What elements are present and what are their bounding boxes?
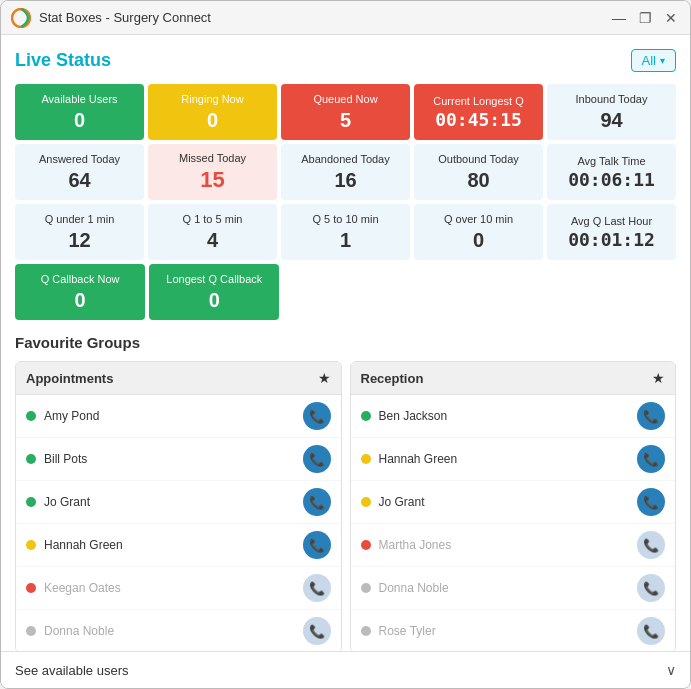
see-users-bar[interactable]: See available users ∨ [1, 651, 690, 688]
live-status-header: Live Status All ▾ [15, 49, 676, 72]
list-item: Ben Jackson 📞 [351, 395, 676, 438]
user-status-dot [361, 411, 371, 421]
favourite-groups-title: Favourite Groups [15, 334, 676, 351]
outbound-today-value: 80 [467, 169, 489, 191]
close-button[interactable]: ✕ [662, 9, 680, 27]
call-button[interactable]: 📞 [637, 445, 665, 473]
appointments-group-name: Appointments [26, 371, 113, 386]
appointments-star-icon[interactable]: ★ [318, 370, 331, 386]
q-under-1-value: 12 [68, 229, 90, 251]
q-1-to-5-label: Q 1 to 5 min [183, 213, 243, 226]
stats-row-3: Q under 1 min 12 Q 1 to 5 min 4 Q 5 to 1… [15, 204, 676, 260]
live-status-title: Live Status [15, 50, 111, 71]
call-button[interactable]: 📞 [303, 531, 331, 559]
reception-group-header: Reception ★ [351, 362, 676, 395]
ringing-now-box: Ringing Now 0 [148, 84, 277, 140]
user-status-dot [361, 454, 371, 464]
available-users-label: Available Users [41, 93, 117, 106]
current-longest-q-value: 00:45:15 [435, 110, 522, 130]
user-name: Ben Jackson [379, 409, 448, 423]
queued-now-box: Queued Now 5 [281, 84, 410, 140]
reception-star-icon[interactable]: ★ [652, 370, 665, 386]
window-controls: — ❐ ✕ [610, 9, 680, 27]
inbound-today-box: Inbound Today 94 [547, 84, 676, 140]
user-status-dot [361, 583, 371, 593]
reception-group-name: Reception [361, 371, 424, 386]
q-callback-now-label: Q Callback Now [41, 273, 120, 286]
q-callback-now-box: Q Callback Now 0 [15, 264, 145, 320]
list-item: Keegan Oates 📞 [16, 567, 341, 610]
missed-today-box: Missed Today 15 [148, 144, 277, 200]
app-logo-icon [11, 8, 31, 28]
abandoned-today-value: 16 [334, 169, 356, 191]
avg-talk-time-box: Avg Talk Time 00:06:11 [547, 144, 676, 200]
call-button[interactable]: 📞 [637, 402, 665, 430]
stats-row-1: Available Users 0 Ringing Now 0 Queued N… [15, 84, 676, 140]
user-status-dot [26, 626, 36, 636]
favourite-groups-section: Favourite Groups Appointments ★ Amy Pond [15, 334, 676, 651]
window-title: Stat Boxes - Surgery Connect [39, 10, 610, 25]
avg-q-last-hour-box: Avg Q Last Hour 00:01:12 [547, 204, 676, 260]
all-filter-label: All [642, 53, 656, 68]
user-name: Hannah Green [44, 538, 123, 552]
maximize-button[interactable]: ❐ [636, 9, 654, 27]
list-item: Jo Grant 📞 [16, 481, 341, 524]
main-content: Live Status All ▾ Available Users 0 Ring… [1, 35, 690, 651]
user-status-dot [26, 540, 36, 550]
user-status-dot [361, 497, 371, 507]
missed-today-value: 15 [200, 168, 224, 192]
q-1-to-5-value: 4 [207, 229, 218, 251]
list-item: Hannah Green 📞 [351, 438, 676, 481]
title-bar: Stat Boxes - Surgery Connect — ❐ ✕ [1, 1, 690, 35]
reception-group-card: Reception ★ Ben Jackson 📞 [350, 361, 677, 651]
appointments-group-header: Appointments ★ [16, 362, 341, 395]
avg-q-last-hour-value: 00:01:12 [568, 230, 655, 250]
user-name: Keegan Oates [44, 581, 121, 595]
all-filter-button[interactable]: All ▾ [631, 49, 676, 72]
avg-q-last-hour-label: Avg Q Last Hour [571, 215, 652, 228]
call-button-disabled: 📞 [637, 574, 665, 602]
available-users-value: 0 [74, 109, 85, 131]
user-name: Amy Pond [44, 409, 99, 423]
user-name: Jo Grant [379, 495, 425, 509]
user-status-dot [26, 454, 36, 464]
ringing-now-value: 0 [207, 109, 218, 131]
q-callback-now-value: 0 [75, 289, 86, 311]
chevron-down-icon: ∨ [666, 662, 676, 678]
user-name: Martha Jones [379, 538, 452, 552]
list-item: Donna Noble 📞 [351, 567, 676, 610]
callback-row: Q Callback Now 0 Longest Q Callback 0 [15, 264, 676, 320]
list-item: Bill Pots 📞 [16, 438, 341, 481]
queued-now-value: 5 [340, 109, 351, 131]
call-button[interactable]: 📞 [303, 488, 331, 516]
appointments-group-card: Appointments ★ Amy Pond 📞 [15, 361, 342, 651]
user-name: Donna Noble [44, 624, 114, 638]
call-button-disabled: 📞 [637, 617, 665, 645]
answered-today-label: Answered Today [39, 153, 120, 166]
list-item: Amy Pond 📞 [16, 395, 341, 438]
reception-users-list: Ben Jackson 📞 Hannah Green 📞 [351, 395, 676, 651]
call-button[interactable]: 📞 [303, 445, 331, 473]
chevron-down-icon: ▾ [660, 55, 665, 66]
user-name: Rose Tyler [379, 624, 436, 638]
user-name: Jo Grant [44, 495, 90, 509]
user-status-dot [26, 583, 36, 593]
app-window: Stat Boxes - Surgery Connect — ❐ ✕ Live … [0, 0, 691, 689]
outbound-today-label: Outbound Today [438, 153, 519, 166]
q-over-10-box: Q over 10 min 0 [414, 204, 543, 260]
call-button[interactable]: 📞 [637, 488, 665, 516]
list-item: Rose Tyler 📞 [351, 610, 676, 651]
abandoned-today-label: Abandoned Today [301, 153, 390, 166]
user-name: Bill Pots [44, 452, 87, 466]
q-under-1-label: Q under 1 min [45, 213, 115, 226]
minimize-button[interactable]: — [610, 9, 628, 27]
user-status-dot [26, 497, 36, 507]
call-button-disabled: 📞 [637, 531, 665, 559]
queued-now-label: Queued Now [313, 93, 377, 106]
appointments-users-list: Amy Pond 📞 Bill Pots 📞 [16, 395, 341, 651]
available-users-box: Available Users 0 [15, 84, 144, 140]
longest-q-callback-value: 0 [209, 289, 220, 311]
see-users-text: See available users [15, 663, 128, 678]
missed-today-label: Missed Today [179, 152, 246, 165]
call-button[interactable]: 📞 [303, 402, 331, 430]
